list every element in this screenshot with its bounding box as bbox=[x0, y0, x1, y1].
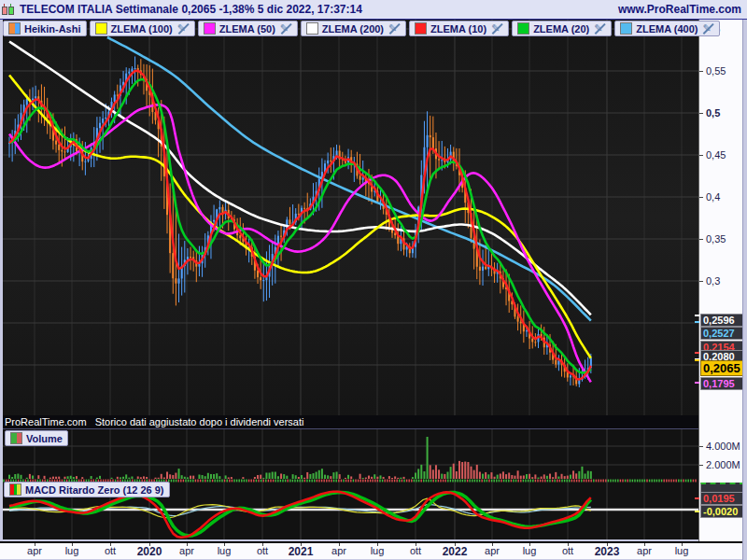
time-tick-label: 2021 bbox=[289, 545, 314, 558]
legend-label: MACD Ritardo Zero (12 26 9) bbox=[25, 484, 164, 496]
legend-item-zlema-100[interactable]: ZLEMA (100)✎ bbox=[90, 21, 195, 36]
color-swatch-icon bbox=[415, 22, 427, 35]
price-tick-label: 0,45 bbox=[706, 149, 726, 161]
time-axis[interactable]: aprlugott2020aprlugott2021aprlugott2022a… bbox=[0, 541, 742, 559]
legend-label: ZLEMA (50) bbox=[219, 23, 275, 35]
time-tick-label: lug bbox=[675, 545, 689, 556]
axis-tick bbox=[699, 113, 703, 114]
axis-tick bbox=[187, 543, 188, 546]
candlestick-pair-icon bbox=[2, 4, 7, 15]
axis-tick bbox=[529, 543, 530, 546]
data-adjustment-note: ProRealTime.comStorico dati aggiustato d… bbox=[3, 415, 698, 429]
line-end-tick bbox=[695, 382, 699, 384]
axis-tick bbox=[699, 239, 703, 240]
instrument-title: TELECOM ITALIA Settimanale 0,2065 -1,38%… bbox=[20, 3, 362, 16]
axis-tick bbox=[110, 543, 111, 546]
time-tick-label: apr bbox=[637, 545, 652, 556]
last-price: 0,2065 bbox=[181, 3, 216, 16]
time-tick-label: apr bbox=[331, 545, 346, 556]
price-tick-label: 0,35 bbox=[706, 233, 726, 245]
pencil-slash-icon[interactable]: ✎ bbox=[280, 22, 292, 35]
time-tick-label: lug bbox=[523, 545, 537, 556]
line-end-tick bbox=[695, 352, 699, 354]
price-change: -1,38% bbox=[218, 3, 254, 16]
legend-label: ZLEMA (20) bbox=[533, 23, 589, 35]
prorealtime-window: TELECOM ITALIA Settimanale 0,2065 -1,38%… bbox=[0, 0, 747, 560]
legend-item-volume[interactable]: Volume bbox=[5, 430, 68, 446]
axis-tick bbox=[699, 197, 703, 198]
legend-item-zlema-10[interactable]: ZLEMA (10)✎ bbox=[409, 21, 509, 36]
axis-tick bbox=[699, 281, 703, 282]
line-end-tick bbox=[695, 321, 699, 323]
quote-datetime: 5 dic 2022, 17:37:14 bbox=[258, 3, 362, 16]
color-swatch-icon bbox=[517, 22, 529, 35]
color-swatch-icon bbox=[620, 22, 632, 35]
legend-label: Volume bbox=[26, 433, 63, 444]
color-swatch-icon bbox=[306, 22, 318, 35]
last-price-tag: 0,2065 bbox=[700, 360, 747, 376]
price-tick-label: 0,5 bbox=[706, 107, 720, 119]
price-tick-label: 0,4 bbox=[706, 191, 720, 203]
legend-item-zlema-400[interactable]: ZLEMA (400)✎ bbox=[614, 21, 720, 36]
axis-tick bbox=[416, 543, 416, 546]
axis-tick bbox=[699, 465, 703, 466]
axis-tick bbox=[492, 543, 493, 546]
legend-label: ZLEMA (10) bbox=[430, 23, 486, 35]
axis-tick bbox=[35, 543, 35, 546]
legend-label: ZLEMA (100) bbox=[111, 23, 173, 35]
time-tick-label: apr bbox=[485, 545, 500, 556]
legend-item-zlema-20[interactable]: ZLEMA (20)✎ bbox=[512, 21, 612, 36]
axis-tick bbox=[607, 543, 608, 546]
time-tick-label: 2020 bbox=[137, 545, 162, 558]
pencil-slash-icon[interactable]: ✎ bbox=[491, 22, 503, 35]
line-end-tick bbox=[695, 359, 699, 361]
right-scroll-strip[interactable] bbox=[742, 19, 747, 560]
footer-note: Storico dati aggiustato dopo i dividendi… bbox=[95, 416, 304, 427]
candlestick-pair-icon bbox=[8, 4, 13, 15]
footer-source: ProRealTime.com bbox=[5, 416, 87, 427]
time-tick-label: ott bbox=[257, 545, 268, 556]
axis-tick bbox=[699, 71, 703, 72]
site-link[interactable]: www.ProRealTime.com bbox=[618, 3, 741, 16]
axis-tick bbox=[644, 543, 645, 546]
axis-tick bbox=[339, 543, 340, 546]
line-end-tick bbox=[695, 511, 699, 512]
pencil-slash-icon[interactable]: ✎ bbox=[594, 22, 606, 35]
legend-item-zlema-50[interactable]: ZLEMA (50)✎ bbox=[198, 21, 298, 36]
legend-item-macd[interactable]: MACD Ritardo Zero (12 26 9) bbox=[4, 482, 170, 497]
color-swatch-icon bbox=[204, 22, 216, 35]
color-swatch-icon bbox=[95, 22, 107, 35]
line-end-tick bbox=[695, 497, 699, 499]
time-tick-label: apr bbox=[27, 545, 42, 556]
time-tick-label: ott bbox=[562, 545, 573, 556]
legend-label: ZLEMA (400) bbox=[636, 23, 698, 35]
heikin-ashi-icon bbox=[8, 22, 21, 35]
pencil-slash-icon[interactable]: ✎ bbox=[702, 22, 714, 35]
axis-tick bbox=[224, 543, 225, 546]
price-axis[interactable]: 0,60,550,50,450,40,350,34.000M2.000M0,25… bbox=[698, 19, 743, 557]
axis-tick bbox=[72, 543, 73, 546]
legend-item-zlema-200[interactable]: ZLEMA (200)✎ bbox=[301, 21, 406, 36]
pencil-slash-icon[interactable]: ✎ bbox=[388, 22, 401, 35]
volume-tick-label: 2.000M bbox=[706, 459, 740, 470]
legend-label: Heikin-Ashi bbox=[24, 23, 81, 35]
macd-value-tag: 0,0195 bbox=[700, 492, 745, 505]
axis-tick bbox=[149, 543, 150, 546]
price-tick-label: 0,3 bbox=[706, 275, 720, 287]
time-tick-label: lug bbox=[371, 545, 385, 556]
pencil-slash-icon[interactable]: ✎ bbox=[177, 22, 190, 35]
time-tick-label: 2023 bbox=[595, 545, 620, 558]
chart-canvas[interactable] bbox=[0, 0, 747, 560]
axis-tick bbox=[699, 155, 703, 156]
axis-tick bbox=[455, 543, 456, 546]
line-end-tick bbox=[695, 315, 699, 316]
legend-item-heikin-ashi[interactable]: Heikin-Ashi bbox=[3, 21, 87, 36]
price-legend: Heikin-AshiZLEMA (100)✎ZLEMA (50)✎ZLEMA … bbox=[3, 21, 720, 36]
title-bar: TELECOM ITALIA Settimanale 0,2065 -1,38%… bbox=[0, 0, 747, 20]
volume-tick-label: 4.000M bbox=[706, 441, 740, 452]
legend-label: ZLEMA (200) bbox=[322, 23, 384, 35]
indicator-value-tag: 0,1795 bbox=[700, 377, 745, 390]
time-tick-label: ott bbox=[105, 545, 116, 556]
axis-tick bbox=[262, 543, 263, 546]
axis-tick bbox=[568, 543, 569, 546]
